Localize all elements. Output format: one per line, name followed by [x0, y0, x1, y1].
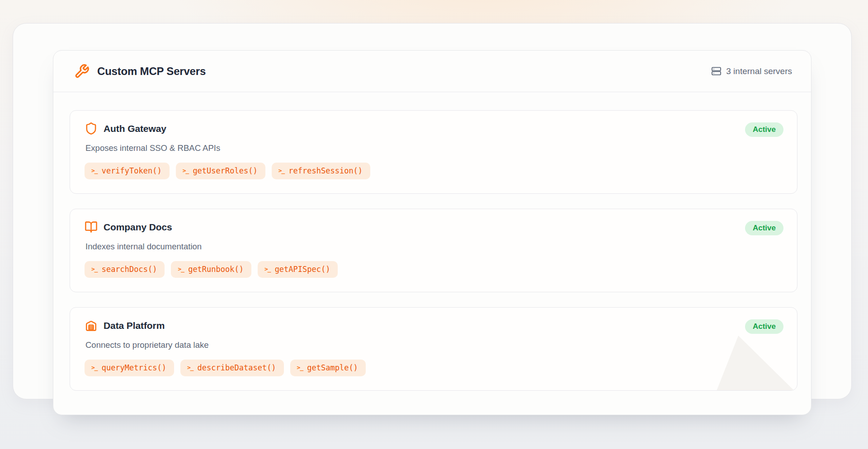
tool-name: searchDocs() [102, 265, 157, 274]
status-badge: Active [745, 122, 783, 137]
server-name: Company Docs [104, 222, 172, 233]
server-stack-icon [711, 66, 722, 76]
status-badge: Active [745, 221, 783, 235]
terminal-prompt-icon: >_ [183, 167, 189, 174]
terminal-prompt-icon: >_ [297, 364, 303, 371]
server-card-data-platform[interactable]: Data Platform Active Connects to proprie… [70, 307, 797, 391]
tool-name: getAPISpec() [275, 265, 330, 274]
tool-name: refreshSession() [288, 166, 363, 175]
shield-icon [85, 122, 98, 135]
tool-pill[interactable]: >_ searchDocs() [85, 261, 165, 278]
terminal-prompt-icon: >_ [91, 167, 98, 174]
tool-pill[interactable]: >_ getUserRoles() [176, 163, 265, 179]
server-list: Auth Gateway Active Exposes internal SSO… [53, 92, 811, 415]
tool-pill[interactable]: >_ refreshSession() [272, 163, 370, 179]
server-name: Data Platform [104, 320, 165, 331]
terminal-prompt-icon: >_ [278, 167, 285, 174]
terminal-prompt-icon: >_ [91, 266, 98, 272]
tool-list: >_ verifyToken() >_ getUserRoles() >_ re… [85, 163, 783, 179]
warehouse-icon [85, 319, 98, 332]
tool-pill[interactable]: >_ describeDataset() [180, 360, 284, 376]
card-top-row: Company Docs Active [85, 220, 783, 235]
tool-name: queryMetrics() [102, 363, 166, 372]
tool-name: verifyToken() [102, 166, 162, 175]
tool-pill[interactable]: >_ getAPISpec() [258, 261, 338, 278]
tool-pill[interactable]: >_ queryMetrics() [85, 360, 174, 376]
panel-header-left: Custom MCP Servers [74, 64, 206, 79]
server-name: Auth Gateway [104, 123, 166, 134]
server-count-label: 3 internal servers [726, 66, 792, 76]
mcp-servers-panel: Custom MCP Servers 3 internal servers Au… [53, 50, 811, 415]
server-description: Exposes internal SSO & RBAC APIs [85, 143, 783, 153]
card-title-group: Company Docs [85, 220, 172, 234]
tool-list: >_ queryMetrics() >_ describeDataset() >… [85, 360, 783, 376]
terminal-prompt-icon: >_ [178, 266, 184, 272]
server-description: Connects to proprietary data lake [85, 340, 783, 350]
card-top-row: Data Platform Active [85, 319, 783, 334]
server-card-auth-gateway[interactable]: Auth Gateway Active Exposes internal SSO… [70, 110, 797, 194]
terminal-prompt-icon: >_ [187, 364, 193, 371]
card-top-row: Auth Gateway Active [85, 122, 783, 137]
card-title-group: Auth Gateway [85, 122, 166, 135]
card-title-group: Data Platform [85, 319, 165, 332]
tool-pill[interactable]: >_ getRunbook() [171, 261, 251, 278]
terminal-prompt-icon: >_ [91, 364, 98, 371]
panel-header: Custom MCP Servers 3 internal servers [53, 51, 811, 92]
tool-name: getRunbook() [188, 265, 244, 274]
tool-pill[interactable]: >_ getSample() [290, 360, 366, 376]
server-card-company-docs[interactable]: Company Docs Active Indexes internal doc… [70, 209, 797, 292]
status-badge: Active [745, 319, 783, 334]
tool-name: getUserRoles() [193, 166, 257, 175]
panel-header-right: 3 internal servers [711, 66, 792, 76]
tool-pill[interactable]: >_ verifyToken() [85, 163, 170, 179]
server-description: Indexes internal documentation [85, 242, 783, 252]
tool-list: >_ searchDocs() >_ getRunbook() >_ getAP… [85, 261, 783, 278]
tool-name: getSample() [307, 363, 358, 372]
wrench-icon [74, 64, 90, 79]
tool-name: describeDataset() [198, 363, 276, 372]
book-open-icon [85, 220, 98, 234]
terminal-prompt-icon: >_ [264, 266, 271, 272]
page-title: Custom MCP Servers [97, 65, 206, 78]
